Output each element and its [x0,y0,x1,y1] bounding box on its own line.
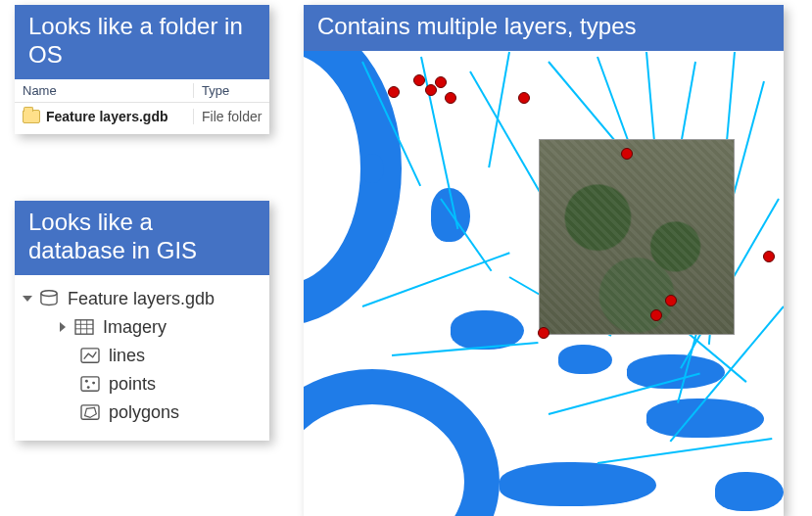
line-feature-icon [79,347,101,364]
lake-polygon [500,462,656,506]
map-canvas[interactable] [304,51,784,516]
svg-point-0 [41,291,57,297]
tree-item-label: points [109,374,156,395]
os-folder-row[interactable]: Feature layers.gdb File folder [15,103,269,134]
svg-point-10 [87,386,90,389]
point-feature [621,148,633,160]
folder-icon [23,110,40,123]
tree-item-label: lines [109,346,145,366]
os-table-header: Name Type [15,79,269,103]
river-polygon [304,51,402,325]
lake-polygon [558,345,612,374]
os-folder-name: Feature layers.gdb [46,109,168,124]
point-feature [413,74,425,86]
polygon-feature-icon [79,403,101,421]
tree-item-label: Imagery [103,317,167,338]
os-col-name-header[interactable]: Name [23,83,194,98]
point-feature [665,295,677,306]
lake-polygon [627,354,725,389]
map-panel: Contains multiple layers, types [304,5,784,516]
svg-point-8 [85,380,88,383]
lake-polygon [646,399,764,438]
aerial-imagery-tile [539,139,735,335]
point-feature [425,84,437,96]
lake-polygon [715,472,784,511]
tree-item-lines[interactable]: lines [23,342,262,370]
tree-item-points[interactable]: points [23,370,262,399]
stream-line [362,252,510,307]
os-col-type-header[interactable]: Type [194,83,229,98]
svg-rect-1 [75,320,93,334]
point-feature [650,309,662,321]
svg-point-9 [92,382,95,385]
tree-root-row[interactable]: Feature layers.gdb [23,285,262,313]
gis-tree-panel: Looks like a database in GIS Feature lay… [15,201,269,441]
point-feature-icon [79,375,101,393]
os-panel-title: Looks like a folder in OS [15,5,269,79]
point-feature [538,327,549,339]
os-folder-panel: Looks like a folder in OS Name Type Feat… [15,5,269,134]
point-feature [518,92,530,104]
lake-polygon [362,154,384,183]
caret-down-icon[interactable] [23,296,32,302]
geodatabase-icon [38,290,60,307]
tree-item-label: polygons [109,402,179,423]
tree-item-polygons[interactable]: polygons [23,399,262,427]
caret-right-icon[interactable] [60,322,66,332]
point-feature [435,76,447,88]
raster-grid-icon [73,318,95,336]
os-folder-type: File folder [194,109,262,124]
map-panel-title: Contains multiple layers, types [304,5,784,51]
tree-item-imagery[interactable]: Imagery [23,313,262,342]
gis-panel-title: Looks like a database in GIS [15,201,269,275]
point-feature [763,251,775,262]
river-polygon [304,369,500,516]
stream-line [597,438,773,464]
svg-rect-7 [81,377,99,391]
point-feature [445,92,456,104]
point-feature [388,86,400,98]
tree-root-label: Feature layers.gdb [68,289,215,309]
gis-tree: Feature layers.gdb Imagery lines points [15,275,269,441]
